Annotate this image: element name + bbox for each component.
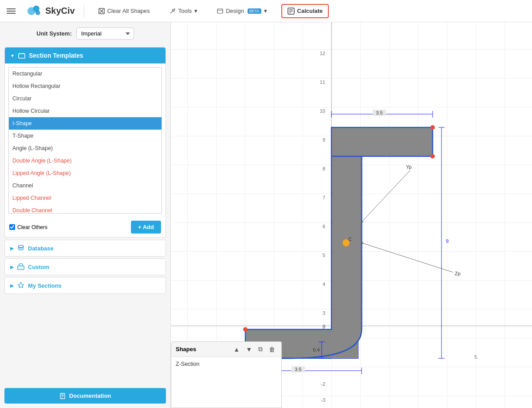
shapes-list: Z-Section [171,357,281,371]
my-sections-section: ▶ My Sections [4,277,166,294]
svg-text:4: 4 [323,281,325,287]
database-section: ▶ Database [4,240,166,257]
header: SkyCiv Clear All Shapes Tools ▾ Design B… [0,0,532,22]
svg-text:3.5: 3.5 [376,110,382,115]
svg-text:-3: -3 [321,397,325,403]
unit-system-row: Unit System: Imperial Metric [0,22,170,45]
section-templates-panel: ▼ Section Templates RectangularHollow Re… [4,47,166,238]
database-header[interactable]: ▶ Database [5,240,166,256]
shapes-list-item[interactable]: Z-Section [171,359,281,369]
docs-label: Documentation [69,392,111,399]
template-item[interactable]: Double Angle (L-Shape) [9,154,162,167]
my-sections-arrow-icon: ▶ [10,283,14,288]
section-templates-header[interactable]: ▼ Section Templates [5,48,166,63]
custom-icon [17,263,24,270]
canvas-area: 12 11 10 9 8 7 6 5 4 3 2 1 0 -1 -2 -3 -5… [171,22,532,408]
svg-point-15 [18,246,24,248]
logo-text: SkyCiv [45,6,75,16]
template-item[interactable]: Circular [9,92,162,105]
svg-point-52 [243,327,248,332]
svg-text:10: 10 [320,108,325,114]
template-item[interactable]: T-Shape [9,130,162,142]
svg-text:Zp: Zp [455,271,461,276]
clear-shapes-icon [99,8,105,14]
calculate-label: Calculate [297,8,323,14]
logo: SkyCiv [27,3,75,19]
svg-text:9: 9 [323,137,325,143]
section-templates-icon [18,52,25,59]
documentation-button[interactable]: Documentation [4,388,166,404]
svg-text:3.5: 3.5 [295,367,301,372]
design-button[interactable]: Design BETA ▾ [212,5,272,17]
template-item[interactable]: I-Shape [9,117,162,130]
tools-label: Tools [178,8,192,14]
svg-text:0.4: 0.4 [313,347,319,353]
svg-text:C: C [348,237,352,242]
template-item[interactable]: Angle (L-Shape) [9,142,162,154]
unit-select[interactable]: Imperial Metric [76,28,134,40]
logo-svg [27,3,43,19]
my-sections-icon [17,282,24,289]
add-button[interactable]: + Add [131,221,161,234]
svg-text:5: 5 [474,354,477,360]
svg-point-49 [430,125,435,130]
menu-icon[interactable] [4,6,18,16]
svg-text:9: 9 [446,238,449,244]
clear-shapes-button[interactable]: Clear All Shapes [93,5,155,17]
svg-point-50 [430,154,435,158]
shapes-panel: Shapes ▲ ▼ ⧉ 🗑 Z-Section [171,341,282,408]
svg-text:8: 8 [323,166,325,171]
custom-label: Custom [28,264,49,270]
design-icon [217,8,223,14]
tools-chevron-icon: ▾ [194,8,197,14]
section-templates-title: Section Templates [29,52,83,59]
svg-text:12: 12 [320,51,325,56]
design-chevron-icon: ▾ [264,8,267,14]
template-item[interactable]: Hollow Circular [9,105,162,117]
svg-text:5: 5 [323,253,325,258]
shapes-delete-button[interactable]: 🗑 [267,345,277,354]
svg-rect-16 [18,266,24,269]
my-sections-label: My Sections [28,282,62,289]
my-sections-header[interactable]: ▶ My Sections [5,277,166,293]
panel-footer: Clear Others + Add [5,217,166,237]
clear-others-check[interactable]: Clear Others [9,224,47,230]
clear-others-checkbox[interactable] [9,224,15,230]
template-item[interactable]: Double Channel [9,204,162,214]
custom-header[interactable]: ▶ Custom [5,259,166,275]
template-list[interactable]: RectangularHollow RectangularCircularHol… [8,67,162,214]
design-label: Design [226,8,244,14]
template-item[interactable]: Channel [9,179,162,192]
shapes-up-button[interactable]: ▲ [232,345,241,354]
template-item[interactable]: Lipped Angle (L-Shape) [9,167,162,179]
tools-icon [169,8,176,14]
shapes-down-button[interactable]: ▼ [244,345,254,354]
svg-text:6: 6 [323,224,325,229]
svg-text:7: 7 [323,195,325,200]
panel-arrow-icon: ▼ [10,53,15,58]
calculate-icon [288,8,295,15]
docs-icon [59,393,66,399]
svg-text:0: 0 [323,324,325,329]
shapes-copy-button[interactable]: ⧉ [256,345,264,354]
calculate-button[interactable]: Calculate [281,4,329,18]
database-label: Database [28,245,54,252]
svg-text:11: 11 [320,79,325,85]
shapes-title: Shapes [176,346,229,353]
template-item[interactable]: Rectangular [9,67,162,80]
svg-text:3: 3 [323,310,325,316]
tools-button[interactable]: Tools ▾ [164,5,203,17]
database-arrow-icon: ▶ [10,246,14,251]
clear-shapes-label: Clear All Shapes [107,8,150,14]
custom-arrow-icon: ▶ [10,265,14,269]
template-item[interactable]: Hollow Rectangular [9,80,162,92]
clear-others-label: Clear Others [17,224,47,230]
main-layout: Unit System: Imperial Metric ▼ Section T… [0,22,532,408]
svg-rect-6 [217,9,223,13]
sidebar: Unit System: Imperial Metric ▼ Section T… [0,22,171,408]
shapes-header: Shapes ▲ ▼ ⧉ 🗑 [171,342,281,357]
unit-label: Unit System: [36,30,71,37]
database-icon [17,245,24,252]
template-item[interactable]: Lipped Channel [9,192,162,204]
sidebar-content: ▼ Section Templates RectangularHollow Re… [0,45,170,384]
